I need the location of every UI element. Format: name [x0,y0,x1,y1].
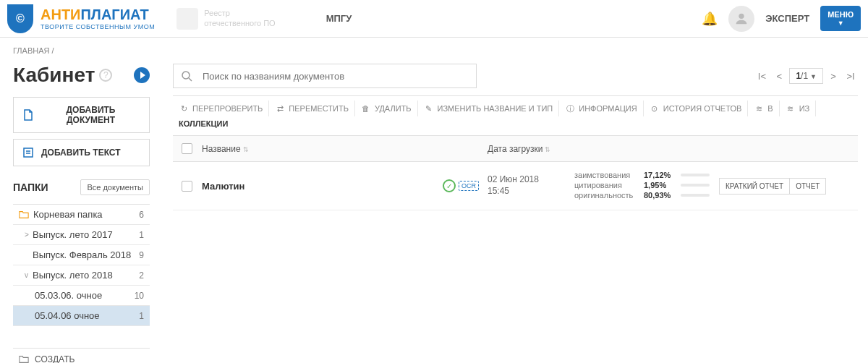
create-folder-button[interactable]: СОЗДАТЬ [13,349,150,363]
layers-out-icon: ≋ [786,103,796,114]
pagination: I< < 1/1▼ > >I [754,67,858,85]
move-icon: ⇄ [275,103,285,114]
folder-root[interactable]: Корневая папка 6 [13,205,150,225]
page-first-icon[interactable]: I< [754,67,769,85]
search-wrap [173,64,477,88]
breadcrumb: ГЛАВНАЯ / [0,38,868,64]
org-name: МПГУ [326,13,352,24]
user-role[interactable]: ЭКСПЕРТ [765,13,809,24]
sidebar: Кабинет ? ДОБАВИТЬ ДОКУМЕНТ ДОБАВИТЬ ТЕК… [0,64,163,363]
chevron-down-icon[interactable]: v [25,271,30,279]
collections-label: КОЛЛЕКЦИИ [173,116,234,131]
svg-point-0 [739,13,744,18]
check-circle-icon: ✓ [443,179,456,192]
svg-rect-1 [24,148,33,157]
info-icon: ⓘ [565,103,575,114]
row-checkbox[interactable] [182,181,192,192]
all-documents-button[interactable]: Все документы [80,179,150,195]
recheck-button[interactable]: ↻ ПЕРЕПРОВЕРИТЬ [173,101,269,116]
layers-in-icon: ≋ [754,103,764,114]
registry-emblem-icon [176,8,198,30]
avatar[interactable] [728,6,754,32]
svg-line-5 [189,78,192,81]
folder-tree: Корневая папка 6 > Выпуск. лето 2017 1 В… [13,204,150,326]
play-icon[interactable] [134,67,150,83]
registry-section: Реестр отечественного ПО [176,8,275,30]
document-name[interactable]: Малютин [202,181,244,192]
text-icon [22,147,34,158]
ocr-badge: OCR [459,181,479,191]
document-stats: заимствования 17,12% цитирования 1,95% о… [574,171,719,201]
breadcrumb-home[interactable]: ГЛАВНАЯ [13,46,49,55]
select-all-checkbox[interactable] [182,143,192,154]
page-title: Кабинет [13,64,95,87]
notifications-icon[interactable]: 🔔 [702,11,718,27]
full-report-button[interactable]: ОТЧЕТ [789,178,826,195]
add-text-button[interactable]: ДОБАВИТЬ ТЕКСТ [13,139,150,166]
logo-subtitle: ТВОРИТЕ СОБСТВЕННЫМ УМОМ [41,23,155,30]
menu-button[interactable]: МЕНЮ ▼ [820,6,861,32]
folder-item[interactable]: 05.03.06. очное 10 [13,286,150,306]
sort-icon: ⇅ [243,146,249,153]
folders-title: ПАПКИ [13,182,48,193]
page-last-icon[interactable]: >I [843,67,858,85]
folder-plus-icon [19,354,29,363]
search-icon[interactable] [174,70,200,82]
page-info[interactable]: 1/1▼ [789,68,823,84]
folder-item[interactable]: Выпуск. Февраль 2018 9 [13,245,150,265]
page-prev-icon[interactable]: < [772,67,786,85]
toolbar: ↻ ПЕРЕПРОВЕРИТЬ ⇄ ПЕРЕМЕСТИТЬ 🗑 УДАЛИТЬ … [173,95,858,136]
edit-icon: ✎ [424,103,434,114]
column-date[interactable]: Дата загрузки⇅ [488,144,574,154]
header: АНТИПЛАГИАТ ТВОРИТЕ СОБСТВЕННЫМ УМОМ Рее… [0,0,868,38]
upload-date: 02 Июн 2018 15:45 [488,174,574,197]
help-icon[interactable]: ? [99,69,112,82]
logo-title: АНТИПЛАГИАТ [41,7,155,23]
page-next-icon[interactable]: > [826,67,841,85]
brief-report-button[interactable]: КРАТКИЙ ОТЧЕТ [719,178,789,195]
history-icon: ⊙ [650,103,660,114]
document-icon [22,109,34,121]
table-row[interactable]: Малютин ✓ OCR 02 Июн 2018 15:45 заимство… [173,162,858,210]
rename-button[interactable]: ✎ ИЗМЕНИТЬ НАЗВАНИЕ И ТИП [418,101,560,116]
history-button[interactable]: ⊙ ИСТОРИЯ ОТЧЕТОВ [644,101,749,116]
folder-icon [19,210,29,220]
folder-item-selected[interactable]: 05.04.06 очное 1 [13,306,150,326]
out-collections-button[interactable]: ≋ ИЗ [780,101,817,116]
delete-button[interactable]: 🗑 УДАЛИТЬ [355,101,418,116]
add-document-button[interactable]: ДОБАВИТЬ ДОКУМЕНТ [13,97,150,133]
search-input[interactable] [200,65,476,87]
info-button[interactable]: ⓘ ИНФОРМАЦИЯ [559,101,643,116]
refresh-icon: ↻ [179,103,189,114]
trash-icon: 🗑 [361,103,371,114]
svg-point-4 [182,72,190,79]
main-content: I< < 1/1▼ > >I ↻ ПЕРЕПРОВЕРИТЬ ⇄ ПЕРЕМЕС… [163,64,868,363]
column-name[interactable]: Название⇅ [202,144,444,154]
move-button[interactable]: ⇄ ПЕРЕМЕСТИТЬ [269,101,355,116]
sort-icon: ⇅ [545,146,550,153]
logo-section[interactable]: АНТИПЛАГИАТ ТВОРИТЕ СОБСТВЕННЫМ УМОМ [7,4,155,33]
folder-item[interactable]: > Выпуск. лето 2017 1 [13,225,150,245]
table-header: Название⇅ Дата загрузки⇅ [173,136,858,162]
in-collections-button[interactable]: ≋ В [748,101,779,116]
chevron-right-icon[interactable]: > [25,231,30,239]
folder-item[interactable]: v Выпуск. лето 2018 2 [13,265,150,286]
shield-icon [7,4,33,33]
